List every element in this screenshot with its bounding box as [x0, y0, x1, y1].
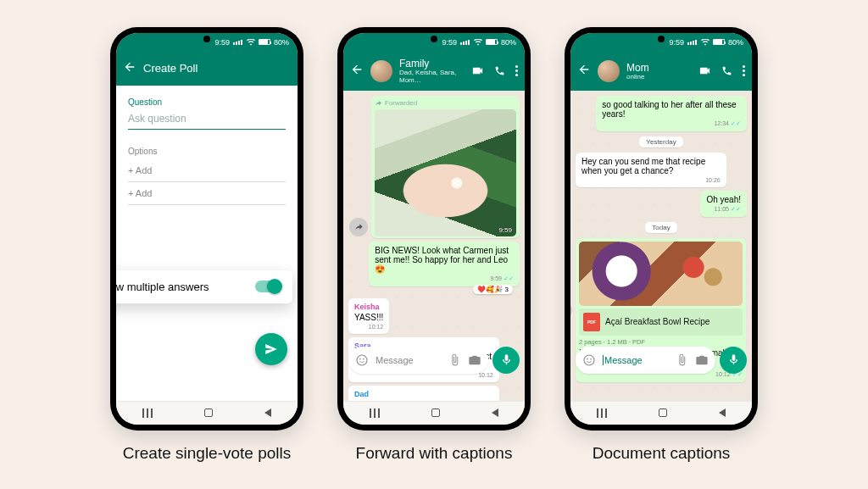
caption-2: Forward with captions: [356, 444, 513, 463]
attach-icon[interactable]: [448, 353, 461, 366]
options-label: Options: [128, 147, 286, 156]
call-icon[interactable]: [494, 65, 505, 76]
caption-1: Create single-vote polls: [123, 444, 292, 463]
allow-multiple-label: Allow multiple answers: [116, 281, 209, 293]
document-title: Açaí Breakfast Bowl Recipe: [605, 317, 709, 326]
msg-text: BIG NEWS! Look what Carmen just sent me!…: [375, 246, 509, 274]
recents-icon[interactable]: [142, 408, 153, 418]
msg-recipe-request[interactable]: Hey can you send me that recipe when you…: [576, 153, 726, 187]
chat-body: Forwarded 9:59 BIG NEWS! Look what Carme…: [343, 91, 525, 401]
chat-avatar[interactable]: [370, 60, 392, 82]
status-time: 9:59: [214, 38, 230, 47]
battery-icon: [713, 39, 725, 45]
recents-icon[interactable]: [597, 408, 607, 418]
svg-point-3: [584, 355, 594, 365]
caption-3: Document captions: [593, 444, 731, 463]
back-nav-icon[interactable]: [492, 408, 498, 417]
document-row[interactable]: PDF Açaí Breakfast Bowl Recipe: [579, 308, 743, 336]
message-input[interactable]: Message: [348, 347, 488, 374]
question-label: Question: [128, 97, 286, 107]
composer: Message: [576, 347, 747, 374]
message-placeholder: Message: [376, 355, 442, 365]
svg-point-2: [363, 358, 364, 359]
camera-notch: [431, 36, 437, 42]
forward-share-icon[interactable]: [570, 301, 572, 320]
composer: Message: [348, 347, 520, 374]
svg-point-1: [359, 358, 361, 359]
signal-icon: [460, 40, 470, 45]
status-time: 9:59: [442, 38, 457, 47]
mic-button[interactable]: [492, 347, 520, 374]
wifi-icon: [701, 39, 709, 46]
msg-ohyeah[interactable]: Oh yeah! 11:05✓✓: [700, 191, 747, 217]
home-icon[interactable]: [431, 408, 440, 417]
status-time: 9:59: [669, 38, 684, 47]
reactions[interactable]: ❤️🥰🎉 3: [473, 285, 513, 294]
battery-percent: 80%: [274, 38, 289, 47]
document-meta: 2 pages · 1.2 MB · PDF: [579, 338, 743, 346]
msg-years[interactable]: so good talking to her after all these y…: [596, 96, 747, 131]
camera-icon[interactable]: [695, 353, 709, 367]
chat-subtitle: Dad, Keisha, Sara, Mom…: [399, 69, 465, 84]
question-input[interactable]: [128, 110, 286, 130]
appbar: Mom online: [570, 52, 752, 91]
forwarded-label: Forwarded: [375, 99, 516, 107]
wifi-icon: [474, 39, 482, 46]
forwarded-photo-bubble[interactable]: Forwarded 9:59: [371, 96, 520, 238]
chat-title[interactable]: Family: [399, 58, 465, 69]
message-placeholder: Message: [603, 355, 669, 365]
recents-icon[interactable]: [370, 408, 380, 418]
android-nav: [570, 401, 752, 425]
back-icon[interactable]: [350, 63, 364, 80]
back-icon[interactable]: [123, 60, 136, 77]
chat-title[interactable]: Mom: [626, 62, 692, 74]
chat-avatar[interactable]: [598, 60, 620, 82]
emoji-icon[interactable]: [582, 353, 596, 367]
appbar: Create Poll: [116, 52, 298, 86]
attach-icon[interactable]: [676, 353, 688, 366]
phone-document-caption: 9:59 80% Mom online so goo: [565, 27, 758, 431]
appbar: Family Dad, Keisha, Sara, Mom…: [343, 52, 525, 91]
back-nav-icon[interactable]: [719, 408, 726, 417]
add-option-1[interactable]: + Add: [128, 159, 286, 182]
add-option-2[interactable]: + Add: [128, 182, 286, 205]
signal-icon: [233, 40, 242, 45]
mic-button[interactable]: [720, 347, 747, 374]
ring-photo[interactable]: 9:59: [375, 109, 516, 236]
svg-point-4: [587, 358, 588, 359]
more-icon[interactable]: [743, 65, 745, 76]
videocall-icon[interactable]: [698, 64, 711, 77]
chat-body: so good talking to her after all these y…: [570, 91, 752, 401]
reply-dad[interactable]: Dad Oh your aunt is going to be so happy…: [348, 386, 499, 401]
home-icon[interactable]: [204, 408, 213, 417]
camera-notch: [658, 36, 665, 42]
appbar-title: Create Poll: [143, 62, 291, 75]
poll-form: Question Options + Add + Add Allow multi…: [116, 86, 298, 401]
message-input[interactable]: Message: [576, 347, 715, 374]
big-news-bubble[interactable]: BIG NEWS! Look what Carmen just sent me!…: [369, 242, 520, 286]
back-icon[interactable]: [577, 63, 591, 80]
camera-icon[interactable]: [468, 353, 481, 367]
svg-point-5: [590, 358, 592, 359]
reply-keisha[interactable]: Keisha YASS!!! 10:12: [348, 298, 389, 334]
back-nav-icon[interactable]: [264, 408, 271, 417]
more-icon[interactable]: [515, 65, 518, 76]
videocall-icon[interactable]: [471, 64, 484, 77]
signal-icon: [687, 40, 697, 45]
document-thumbnail: [579, 242, 743, 306]
android-nav: [343, 401, 525, 425]
battery-icon: [259, 39, 270, 45]
svg-point-0: [357, 355, 367, 365]
phone-forward-caption: 9:59 80% Family Dad, Keisha, Sara, Mom…: [337, 27, 531, 431]
send-poll-button[interactable]: [255, 333, 287, 365]
day-yesterday: Yesterday: [639, 136, 682, 147]
chat-subtitle: online: [626, 73, 692, 81]
emoji-icon[interactable]: [355, 353, 369, 367]
allow-multiple-card[interactable]: Allow multiple answers: [116, 270, 292, 303]
forward-share-icon[interactable]: [349, 218, 368, 236]
photo-timestamp: 9:59: [498, 226, 512, 234]
allow-multiple-switch[interactable]: [255, 281, 281, 292]
call-icon[interactable]: [721, 65, 732, 76]
pdf-icon: PDF: [583, 313, 600, 331]
home-icon[interactable]: [659, 408, 667, 417]
